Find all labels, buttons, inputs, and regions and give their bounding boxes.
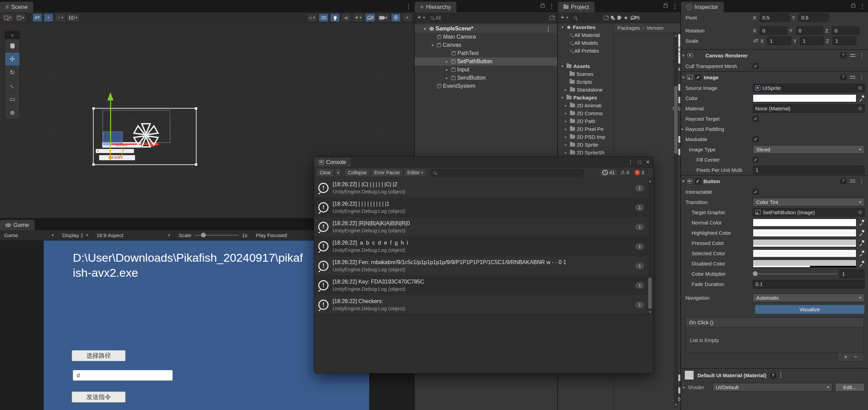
canvas-renderer-header[interactable]: ▾ Canvas Renderer ? ⋮ [681,49,868,61]
foldout-icon[interactable]: ▸ [563,111,568,115]
tab-project[interactable]: Project [558,2,595,12]
rotation-y-field[interactable]: 0 [796,26,823,35]
error-filter-button[interactable]: ! 3 [632,169,646,176]
scale-x-field[interactable]: 1 [767,37,791,45]
lock-icon[interactable] [540,5,545,8]
component-menu-icon[interactable]: ⋮ [859,74,865,81]
color-swatch[interactable] [753,260,856,268]
scene-menu-icon[interactable]: ⋮ [405,3,411,10]
project-tree-row[interactable]: ▾ Assets [558,62,613,70]
help-icon[interactable]: ? [840,74,846,81]
foldout-icon[interactable]: ▾ [422,27,428,31]
info-filter-button[interactable]: ! 41 [600,169,617,176]
log-entry[interactable]: ! [18:26:22] |R|N|B|A|K|A|B|N|R|0UnityEn… [314,217,647,237]
inspector-menu-icon[interactable]: ⋮ [859,3,865,10]
tree-row-selected[interactable]: ▸ SetPathButton [415,57,557,66]
add-listener-button[interactable]: + [844,354,847,360]
foldout-icon[interactable]: ▾ [682,76,684,79]
help-icon[interactable]: ? [840,178,846,184]
aspect-dropdown[interactable]: 16:9 Aspect▾ [92,230,174,241]
effects-toggle-button[interactable]: ✶▾ [353,13,363,22]
foldout-icon[interactable]: ▸ [563,104,568,107]
pivot-orientation-button[interactable]: ▾ [15,13,26,22]
tools-drag-handle[interactable]: ≡ [5,31,19,39]
foldout-icon[interactable]: ▸ [682,127,684,131]
play-focused-dropdown[interactable]: Play Focused [252,230,291,241]
rotation-z-field[interactable]: 0 [832,26,859,35]
search-by-label-icon[interactable] [617,16,622,20]
project-menu-icon[interactable]: ⋮ [672,3,678,10]
project-scrollbar-thumb[interactable] [674,86,678,154]
fill-center-checkbox[interactable]: ✓ [753,157,759,163]
move-tool-button[interactable]: ✛ [5,53,19,66]
maskable-checkbox[interactable]: ✓ [753,136,759,142]
eyedropper-icon[interactable] [858,240,865,246]
eyedropper-icon[interactable] [858,219,865,226]
project-tree-row[interactable]: All Prefabs [558,47,613,55]
help-icon[interactable]: ? [840,52,846,59]
color-swatch[interactable] [753,229,856,237]
foldout-icon[interactable]: ▸ [563,143,568,147]
console-menu-icon[interactable]: ⋮ [627,159,633,166]
open-in-window-icon[interactable] [550,16,555,20]
button-enabled-checkbox[interactable]: ✓ [695,178,701,184]
tree-row[interactable]: PathText [415,49,557,57]
foldout-icon[interactable]: ▾ [682,179,684,183]
log-entry[interactable]: ! [18:26:22] | |C| | | | | | |C| |2Unity… [314,178,647,198]
console-scrollbar-thumb[interactable] [648,277,652,309]
shader-dropdown[interactable]: UI/Default ▾ [712,383,832,392]
transform-tool-button[interactable]: ⊕ [5,106,19,119]
warning-filter-button[interactable]: ⚠ 0 [618,169,631,176]
display-dropdown[interactable]: Display 1▾ [58,230,92,241]
object-picker-icon[interactable]: ⊙ [858,85,862,91]
foldout-icon[interactable]: ▸ [563,135,568,139]
scale-y-field[interactable]: 1 [800,37,824,45]
component-menu-icon[interactable]: ⋮ [859,178,865,185]
snap-increment-button[interactable]: ▾ [67,13,80,22]
hierarchy-menu-icon[interactable]: ⋮ [549,3,555,10]
project-tree-row[interactable]: ▸ Standalone [558,86,613,94]
log-entry[interactable]: ! [18:26:22] Key: FDA3193C470C785CUnityE… [314,276,647,295]
pivot-x-field[interactable]: 0.5 [760,13,790,22]
foldout-icon[interactable]: ▸ [444,68,450,72]
color-swatch[interactable] [753,94,856,102]
foldout-icon[interactable]: ▸ [444,76,450,80]
foldout-icon[interactable]: ▸ [444,59,450,64]
tree-row[interactable]: Main Camera [415,33,557,41]
grid-visibility-button[interactable]: #Y [32,13,42,22]
tool-settings-button[interactable]: ▾ [2,13,13,22]
close-icon[interactable]: × [646,159,650,166]
foldout-icon[interactable]: ▸ [563,119,568,123]
shading-mode-button[interactable]: ○▾ [307,13,317,22]
scene-visibility-button[interactable] [365,13,375,22]
command-input[interactable]: d [73,370,173,381]
scale-slider-thumb[interactable] [201,233,206,237]
tree-row[interactable]: ▸ Input [415,66,557,74]
object-picker-icon[interactable]: ⊙ [858,106,862,111]
project-tree-row[interactable]: All Models [558,39,613,47]
tab-scene[interactable]: # Scene [0,2,33,12]
tab-console[interactable]: Console [314,158,351,167]
rotate-tool-button[interactable]: ↻ [5,66,19,79]
fade-duration-field[interactable]: 0.1 [753,280,865,288]
project-tree-row[interactable]: ▸ 2D Path [558,117,613,125]
multiplier-field[interactable]: 1 [839,270,865,278]
lock-icon[interactable] [664,5,668,8]
eyedropper-icon[interactable] [858,230,865,236]
foldout-icon[interactable]: ▸ [563,127,568,131]
clear-dropdown[interactable]: ▾ [335,168,341,177]
breadcrumb-current[interactable]: Version [646,25,664,31]
image-type-dropdown[interactable]: Sliced ▾ [753,145,865,154]
eyedropper-icon[interactable] [858,95,865,101]
project-tree-row[interactable]: ▸ 2D Pixel Pe [558,125,613,133]
transition-dropdown[interactable]: Color Tint ▾ [753,198,865,206]
navigation-dropdown[interactable]: Automatic ▾ [753,293,865,302]
foldout-icon[interactable]: ▸ [563,151,568,154]
color-swatch[interactable] [753,249,856,257]
foldout-icon[interactable]: ▾ [682,54,684,57]
collapse-button[interactable]: Collapse [345,168,370,177]
hidden-count-button[interactable]: 6 [630,15,640,20]
view-tool-button[interactable] [5,39,19,53]
log-entry[interactable]: ! [18:26:22] Checkers:UnityEngine.Debug:… [314,295,647,315]
tab-hierarchy[interactable]: ≡ Hierarchy [415,2,456,12]
